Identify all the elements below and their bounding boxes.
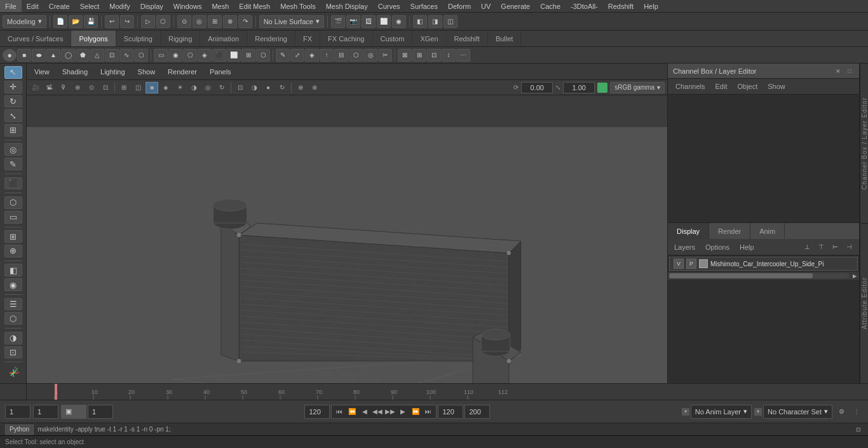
insert-btn[interactable]: ⊞ <box>412 49 426 62</box>
vp-cams-btn[interactable]: ⊕ <box>294 82 307 93</box>
menu-select[interactable]: Select <box>75 0 105 12</box>
layer-row[interactable]: V P Mishimoto_Car_Intercooler_Up_Side_Pi <box>669 257 858 271</box>
menu-curves[interactable]: Curves <box>373 0 405 12</box>
vp-menu-show[interactable]: Show <box>135 67 158 77</box>
pencil-btn[interactable]: ✎ <box>276 49 290 62</box>
tab-curves-surfaces[interactable]: Curves / Surfaces <box>0 31 71 46</box>
layer-visibility-btn[interactable]: V <box>674 259 684 269</box>
redo-btn[interactable]: ↪ <box>120 15 134 28</box>
render5-btn[interactable]: ◉ <box>392 15 406 28</box>
select-tool-btn[interactable]: ↖ <box>4 66 22 79</box>
move-tool-btn[interactable]: ✛ <box>4 81 22 93</box>
platonic-btn[interactable]: ⬠ <box>183 49 197 62</box>
vp-menu-lighting[interactable]: Lighting <box>98 67 128 77</box>
pyramid-btn[interactable]: △ <box>90 49 104 62</box>
tab-sculpting[interactable]: Sculpting <box>116 31 161 46</box>
extrude-btn[interactable]: ↑ <box>320 49 334 62</box>
tab-polygons[interactable]: Polygons <box>71 31 116 46</box>
lasso-select-btn[interactable]: ⬡ <box>4 196 22 209</box>
connect-btn[interactable]: ⤢ <box>290 49 304 62</box>
channel-box-max-btn[interactable]: □ <box>845 67 854 76</box>
extra2-btn[interactable]: ◨ <box>428 15 442 28</box>
menu-file[interactable]: File <box>0 0 22 12</box>
menu-mesh-display[interactable]: Mesh Display <box>321 0 373 12</box>
icon18[interactable]: ◉ <box>4 278 22 291</box>
menu-display[interactable]: Display <box>135 0 168 12</box>
plane-btn[interactable]: ▭ <box>154 49 168 62</box>
pipe-btn[interactable]: ⊡ <box>105 49 119 62</box>
step-back-btn[interactable]: ◀ <box>358 406 371 417</box>
timeline-numbers[interactable]: 1 10 20 30 40 50 60 70 80 90 1 <box>53 384 676 400</box>
more-btn[interactable]: ⋯ <box>456 49 470 62</box>
vp-menu-shading[interactable]: Shading <box>60 67 90 77</box>
open-scene-btn[interactable]: 📂 <box>69 15 83 28</box>
next-key-btn[interactable]: ⏩ <box>409 406 422 417</box>
vp-grid-btn[interactable]: ⊞ <box>118 82 130 93</box>
helix-btn[interactable]: ∿ <box>119 49 133 62</box>
show-manipulator-btn[interactable]: ⬛ <box>4 177 22 190</box>
layer-btn-1[interactable]: ⊥ <box>801 241 813 253</box>
menu-surfaces[interactable]: Surfaces <box>405 0 443 12</box>
vp-ao-btn[interactable]: ◎ <box>201 82 214 93</box>
character-set-dropdown[interactable]: No Character Set ▾ <box>763 405 832 419</box>
colorspace-dropdown[interactable]: sRGB gamma ▾ <box>610 82 665 93</box>
vp-colorspace-indicator[interactable] <box>597 83 607 93</box>
live-surface-dropdown[interactable]: No Live Surface ▾ <box>259 15 324 28</box>
snap4-btn[interactable]: ⊗ <box>223 15 237 28</box>
render1-btn[interactable]: 🎬 <box>331 15 345 28</box>
show-tab[interactable]: Show <box>765 81 788 92</box>
quick-layout-btn[interactable]: ◧ <box>4 264 22 276</box>
extra1-btn[interactable]: ◧ <box>413 15 427 28</box>
help-menu[interactable]: Help <box>737 242 757 252</box>
play-fwd-btn[interactable]: ▶▶ <box>384 406 397 417</box>
cylinder-btn[interactable]: ⬬ <box>32 49 46 62</box>
tab-rigging[interactable]: Rigging <box>161 31 200 46</box>
vp-xray2-btn[interactable]: ● <box>262 82 275 93</box>
flip-btn[interactable]: ↕ <box>442 49 456 62</box>
vp-menu-renderer[interactable]: Renderer <box>165 67 200 77</box>
tab-rendering[interactable]: Rendering <box>247 31 295 46</box>
transform-tool-btn[interactable]: ⊞ <box>4 124 22 137</box>
layer-scroll-right[interactable]: ▶ <box>850 270 859 282</box>
menu-edit-mesh[interactable]: Edit Mesh <box>234 0 275 12</box>
geo2-btn[interactable]: ◈ <box>198 49 212 62</box>
tab-animation[interactable]: Animation <box>200 31 247 46</box>
snap-point-btn[interactable]: ⊕ <box>4 245 22 257</box>
tab-fx[interactable]: FX <box>295 31 320 46</box>
playback-end-2-field[interactable]: 200 <box>465 405 490 419</box>
menu-3dto[interactable]: -3DtoAll- <box>566 0 603 12</box>
vp-shaded-btn[interactable]: ■ <box>146 82 158 93</box>
layer-btn-2[interactable]: ⊤ <box>815 241 827 253</box>
fill-btn[interactable]: ◈ <box>305 49 319 62</box>
current-frame-field[interactable]: 1 <box>5 405 31 419</box>
soft-select-btn[interactable]: ◎ <box>4 143 22 156</box>
tab-redshift[interactable]: Redshift <box>447 31 488 46</box>
snap1-btn[interactable]: ⊙ <box>177 15 191 28</box>
save-scene-btn[interactable]: 💾 <box>84 15 98 28</box>
workspace-dropdown[interactable]: Modeling ▾ <box>3 15 46 28</box>
vp-isolate-btn[interactable]: ⊡ <box>234 82 247 93</box>
select-btn[interactable]: ▷ <box>141 15 155 28</box>
collapse-btn[interactable]: ⊡ <box>427 49 441 62</box>
frame-field-2[interactable]: 1 <box>33 405 58 419</box>
undo-btn[interactable]: ↩ <box>105 15 119 28</box>
viewport-canvas[interactable]: persp <box>27 127 667 383</box>
layer-scrollbar[interactable]: ▶ <box>668 272 859 280</box>
vp-snap3-btn[interactable]: ⊡ <box>99 82 112 93</box>
prev-key-btn[interactable]: ⏪ <box>346 406 358 417</box>
tab-xgen[interactable]: XGen <box>412 31 446 46</box>
paint-btn[interactable]: ✎ <box>4 158 22 170</box>
menu-mesh-tools[interactable]: Mesh Tools <box>275 0 320 12</box>
snap2-btn[interactable]: ◎ <box>193 15 207 28</box>
options-menu[interactable]: Options <box>703 242 732 252</box>
cube-btn[interactable]: ■ <box>17 49 31 62</box>
rotate-tool-btn[interactable]: ↻ <box>4 95 22 108</box>
vp-menu-view[interactable]: View <box>32 67 52 77</box>
play-back-btn[interactable]: ◀◀ <box>371 406 384 417</box>
geo3-btn[interactable]: ⬛ <box>212 49 226 62</box>
menu-mesh[interactable]: Mesh <box>207 0 234 12</box>
bevel-btn[interactable]: ⬡ <box>349 49 363 62</box>
anim-layer-dropdown[interactable]: No Anim Layer ▾ <box>691 405 752 419</box>
layer-display-tab[interactable]: Display <box>668 223 709 239</box>
disc-btn[interactable]: ◉ <box>168 49 182 62</box>
